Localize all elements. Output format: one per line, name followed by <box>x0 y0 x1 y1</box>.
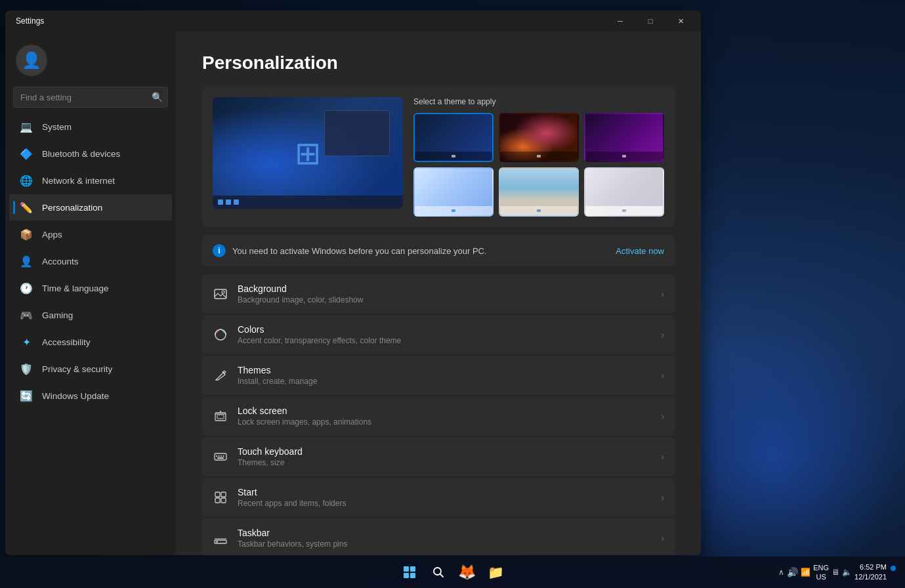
theme-option-flower[interactable] <box>499 113 579 162</box>
settings-item-themes[interactable]: Themes Install, create, manage › <box>202 356 675 395</box>
taskbar-explorer-button[interactable]: 📁 <box>483 559 509 585</box>
chevron-up-icon[interactable]: ∧ <box>778 568 784 577</box>
preview-taskbar-icon <box>218 200 223 205</box>
taskbar-search-button[interactable] <box>425 559 452 585</box>
speaker-icon[interactable]: 🔊 <box>787 567 798 578</box>
taskbar-firefox-button[interactable]: 🦊 <box>454 559 480 585</box>
preview-window <box>324 110 390 156</box>
window-body: 👤 🔍 💻 System 🔷 Bluetooth & devices <box>5 32 701 555</box>
activate-now-link[interactable]: Activate now <box>616 246 664 256</box>
minimize-button[interactable]: ─ <box>605 10 635 32</box>
theme-section: ⊞ Select a theme to apply <box>202 87 675 227</box>
taskbar-title: Taskbar <box>238 528 652 538</box>
sidebar: 👤 🔍 💻 System 🔷 Bluetooth & devices <box>5 32 176 555</box>
network-tray-icon[interactable]: 📶 <box>801 568 810 577</box>
search-box: 🔍 <box>13 87 168 108</box>
touch-keyboard-title: Touch keyboard <box>238 446 652 457</box>
taskbar-desc: Taskbar behaviors, system pins <box>238 539 652 549</box>
sidebar-item-label-personalization: Personalization <box>42 203 102 213</box>
sidebar-item-label-windows-update: Windows Update <box>42 391 109 401</box>
svg-rect-10 <box>219 455 220 457</box>
volume-tray-icon[interactable]: 🔈 <box>842 568 852 577</box>
svg-point-7 <box>220 411 221 412</box>
theme-option-landscape[interactable] <box>499 167 579 217</box>
taskbar-right-area: ∧ 🔊 📶 ENG US 🖥 🔈 6:52 PM 12/1/2021 <box>778 562 900 583</box>
sidebar-item-apps[interactable]: 📦 Apps <box>9 221 172 247</box>
start-title: Start <box>238 487 652 497</box>
display-icon[interactable]: 🖥 <box>831 568 839 577</box>
activation-notice: i You need to activate Windows before yo… <box>202 235 675 266</box>
settings-list: Background Background image, color, slid… <box>202 274 675 555</box>
theme-option-purple[interactable] <box>584 113 664 162</box>
sidebar-item-time[interactable]: 🕐 Time & language <box>9 275 172 301</box>
svg-point-1 <box>222 291 224 293</box>
sidebar-item-label-accounts: Accounts <box>42 257 79 266</box>
sidebar-item-label-gaming: Gaming <box>42 310 73 320</box>
theme-option-dark-blue[interactable] <box>413 113 494 162</box>
start-desc: Recent apps and items, folders <box>238 499 652 508</box>
window-controls: ─ □ ✕ <box>605 10 696 32</box>
gaming-icon: 🎮 <box>20 308 33 322</box>
info-icon: i <box>213 244 226 257</box>
theme-option-white[interactable] <box>584 167 664 217</box>
svg-rect-11 <box>221 455 222 457</box>
sidebar-item-accessibility[interactable]: ✦ Accessibility <box>9 329 172 355</box>
activation-message: You need to activate Windows before you … <box>232 246 487 256</box>
svg-rect-15 <box>221 492 226 497</box>
settings-item-colors[interactable]: Colors Accent color, transparency effect… <box>202 315 675 354</box>
settings-item-touch-keyboard[interactable]: Touch keyboard Themes, size › <box>202 437 675 476</box>
themes-desc: Install, create, manage <box>238 377 652 386</box>
settings-item-background[interactable]: Background Background image, color, slid… <box>202 274 675 314</box>
settings-item-start[interactable]: Start Recent apps and items, folders › <box>202 478 675 517</box>
taskbar-clock[interactable]: 6:52 PM 12/1/2021 <box>854 562 887 583</box>
svg-rect-9 <box>216 455 217 457</box>
sidebar-item-windows-update[interactable]: 🔄 Windows Update <box>9 383 172 409</box>
sidebar-item-system[interactable]: 💻 System <box>9 114 172 140</box>
close-button[interactable]: ✕ <box>665 10 696 32</box>
sidebar-item-privacy[interactable]: 🛡️ Privacy & security <box>9 356 172 382</box>
chevron-right-icon-lock-screen: › <box>661 411 664 421</box>
chevron-right-icon-touch-keyboard: › <box>661 452 664 462</box>
svg-rect-13 <box>217 457 224 459</box>
title-bar: Settings ─ □ ✕ <box>5 10 701 32</box>
user-avatar-area[interactable]: 👤 <box>5 37 176 87</box>
sidebar-item-personalization[interactable]: ✏️ Personalization <box>9 194 172 220</box>
taskbar: 🦊 📁 ∧ 🔊 📶 ENG US 🖥 🔈 6:52 PM 12/1/2021 <box>0 556 905 588</box>
colors-title: Colors <box>238 324 652 335</box>
clock-time: 6:52 PM <box>854 562 887 572</box>
svg-rect-16 <box>215 498 220 503</box>
theme-grid <box>413 113 664 217</box>
sidebar-item-gaming[interactable]: 🎮 Gaming <box>9 302 172 328</box>
apps-icon: 📦 <box>20 228 33 241</box>
sidebar-item-label-privacy: Privacy & security <box>42 364 112 374</box>
taskbar-setting-icon <box>213 530 228 546</box>
sidebar-item-label-network: Network & internet <box>42 176 115 186</box>
notification-area[interactable] <box>889 567 900 578</box>
settings-window: Settings ─ □ ✕ 👤 🔍 💻 <box>5 10 701 555</box>
sidebar-item-bluetooth[interactable]: 🔷 Bluetooth & devices <box>9 140 172 167</box>
lock-screen-desc: Lock screen images, apps, animations <box>238 417 652 427</box>
avatar: 👤 <box>16 45 47 76</box>
settings-item-taskbar[interactable]: Taskbar Taskbar behaviors, system pins › <box>202 518 675 555</box>
colors-icon <box>213 327 228 343</box>
sidebar-item-label-accessibility: Accessibility <box>42 337 91 347</box>
chevron-right-icon-colors: › <box>661 329 664 340</box>
svg-rect-23 <box>404 573 409 578</box>
preview-taskbar-icon-3 <box>234 200 239 205</box>
theme-option-light-blue[interactable] <box>413 167 494 217</box>
start-button[interactable] <box>396 559 423 585</box>
search-input[interactable] <box>13 87 168 108</box>
personalization-icon: ✏️ <box>20 201 33 214</box>
sidebar-item-network[interactable]: 🌐 Network & internet <box>9 167 172 194</box>
maximize-button[interactable]: □ <box>635 10 665 32</box>
taskbar-language[interactable]: ENG US <box>813 563 829 582</box>
sidebar-item-label-apps: Apps <box>42 230 62 240</box>
lock-screen-icon <box>213 408 228 424</box>
background-icon <box>213 286 228 302</box>
sidebar-item-accounts[interactable]: 👤 Accounts <box>9 248 172 274</box>
settings-item-lock-screen[interactable]: Lock screen Lock screen images, apps, an… <box>202 396 675 436</box>
privacy-icon: 🛡️ <box>20 362 33 375</box>
nav-list: 💻 System 🔷 Bluetooth & devices 🌐 Network… <box>5 113 176 410</box>
search-icon: 🔍 <box>152 92 163 102</box>
bluetooth-icon: 🔷 <box>20 147 33 160</box>
